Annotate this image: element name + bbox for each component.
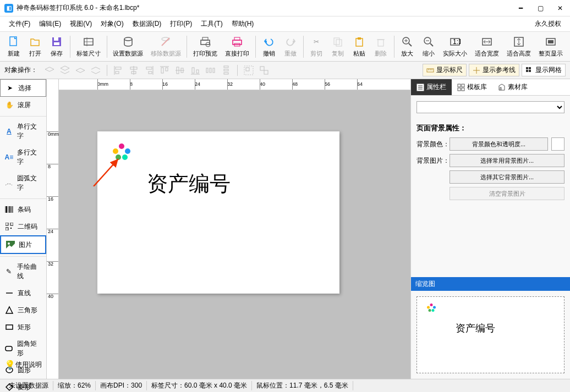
bgimage-common-button[interactable]: 选择常用背景图片... xyxy=(450,154,564,167)
zoom-actual-button[interactable]: 1:1实际大小 xyxy=(439,34,471,59)
tool-rect[interactable]: 矩形 xyxy=(0,319,46,336)
help-button[interactable]: 💡 使用说明 xyxy=(0,356,47,373)
show-ruler-toggle[interactable]: 显示标尺 xyxy=(423,64,467,76)
align-middle-icon[interactable] xyxy=(174,65,185,76)
menu-file[interactable]: 文件(F) xyxy=(4,17,35,31)
zoom-out-button[interactable]: 缩小 xyxy=(418,34,439,59)
label-size-button[interactable]: 标签尺寸 xyxy=(73,34,105,59)
svg-rect-55 xyxy=(213,68,215,73)
print-button[interactable]: 直接打印 xyxy=(221,34,253,59)
tool-barcode[interactable]: 条码 xyxy=(0,201,46,218)
undo-button[interactable]: 撤销 xyxy=(258,34,279,59)
ungroup-icon[interactable] xyxy=(259,65,270,76)
svg-line-21 xyxy=(409,43,412,46)
svg-rect-61 xyxy=(260,67,264,70)
svg-rect-96 xyxy=(458,88,461,91)
svg-rect-72 xyxy=(529,70,531,72)
main-toolbar: 新建 打开 保存 标签尺寸 设置数据源 移除数据源 打印预览 直接打印 撤销 重… xyxy=(0,32,570,62)
status-size: 标签尺寸：60.0 毫米 x 40.0 毫米 xyxy=(147,381,252,390)
delete-button[interactable]: 删除 xyxy=(370,34,392,59)
layer-icon[interactable] xyxy=(44,65,55,76)
close-button[interactable]: ✕ xyxy=(555,3,566,14)
zoom-in-button[interactable]: 放大 xyxy=(396,34,418,59)
dist-h-icon[interactable] xyxy=(205,65,216,76)
tool-select[interactable]: ➤选择 xyxy=(0,79,46,97)
bgcolor-label: 背景颜色： xyxy=(416,140,450,149)
svg-rect-18 xyxy=(378,40,383,46)
bgcolor-swatch[interactable] xyxy=(551,137,564,151)
tool-image[interactable]: 图片 xyxy=(0,235,46,254)
fit-page-button[interactable]: 整页显示 xyxy=(535,34,567,59)
align-bottom-icon[interactable] xyxy=(190,65,201,76)
menu-object[interactable]: 对象(O) xyxy=(96,17,128,31)
menu-view[interactable]: 视图(V) xyxy=(65,17,96,31)
tool-qrcode[interactable]: 二维码 xyxy=(0,218,46,235)
copy-button[interactable]: 复制 xyxy=(327,34,349,59)
tool-single-text[interactable]: A单行文字 xyxy=(0,119,46,145)
remove-datasource-button[interactable]: 移除数据源 xyxy=(147,34,184,59)
bgcolor-button[interactable]: 背景颜色和透明度... xyxy=(450,137,548,151)
tool-line[interactable]: 直线 xyxy=(0,285,46,302)
fit-width-button[interactable]: 适合宽度 xyxy=(471,34,503,59)
menu-print[interactable]: 打印(P) xyxy=(166,17,196,31)
group-icon[interactable] xyxy=(243,65,254,76)
maximize-button[interactable]: ▢ xyxy=(535,3,546,14)
menu-help[interactable]: 帮助(H) xyxy=(227,17,259,31)
svg-rect-36 xyxy=(116,67,121,69)
tool-pan[interactable]: ✋滚屏 xyxy=(0,97,46,114)
bgimage-label: 背景图片： xyxy=(416,156,450,165)
bgimage-clear-button[interactable]: 清空背景图片 xyxy=(450,187,564,200)
tab-properties[interactable]: 属性栏 xyxy=(411,79,452,95)
align-right-icon[interactable] xyxy=(144,65,155,76)
canvas-area[interactable]: 0mm816243240485664 资产编号 xyxy=(59,79,410,379)
bgimage-other-button[interactable]: 选择其它背景图片... xyxy=(450,170,564,184)
menu-edit[interactable]: 编辑(E) xyxy=(35,17,65,31)
tool-arc-text[interactable]: 圆弧文字 xyxy=(0,170,46,196)
redo-button[interactable]: 重做 xyxy=(279,34,301,59)
svg-line-89 xyxy=(94,159,118,186)
svg-rect-37 xyxy=(116,71,119,74)
minimize-button[interactable]: ━ xyxy=(515,3,526,14)
new-button[interactable]: 新建 xyxy=(3,34,25,59)
tool-triangle[interactable]: 三角形 xyxy=(0,302,46,319)
multitext-icon: A≡ xyxy=(4,152,14,162)
save-button[interactable]: 保存 xyxy=(46,34,68,59)
layer-icon-4[interactable] xyxy=(90,65,101,76)
fit-height-button[interactable]: 适合高度 xyxy=(503,34,535,59)
align-top-icon[interactable] xyxy=(159,65,170,76)
app-icon: ◧ xyxy=(4,4,13,13)
license-label: 永久授权 xyxy=(535,19,566,29)
set-datasource-button[interactable]: 设置数据源 xyxy=(109,34,147,59)
horizontal-ruler: 0mm816243240485664 xyxy=(59,79,410,90)
roundrect-icon xyxy=(4,344,14,354)
show-grid-toggle[interactable]: 显示网格 xyxy=(522,64,566,76)
text-icon: A xyxy=(4,126,14,136)
menu-datasource[interactable]: 数据源(D) xyxy=(128,17,166,31)
canvas-text-object[interactable]: 资产编号 xyxy=(147,170,231,198)
props-section-title: 页面背景属性： xyxy=(416,123,564,133)
tool-freehand[interactable]: ✎手绘曲线 xyxy=(0,259,46,285)
layer-icon-3[interactable] xyxy=(75,65,86,76)
tab-materials[interactable]: 素材库 xyxy=(492,79,533,95)
label-page[interactable]: 资产编号 xyxy=(97,131,339,294)
show-guides-toggle[interactable]: 显示参考线 xyxy=(469,64,519,76)
align-left-icon[interactable] xyxy=(113,65,124,76)
layer-icon-2[interactable] xyxy=(59,65,70,76)
svg-rect-56 xyxy=(224,66,228,68)
align-center-h-icon[interactable] xyxy=(128,65,139,76)
tool-multi-text[interactable]: A≡多行文字 xyxy=(0,145,46,170)
object-selector[interactable] xyxy=(416,101,564,113)
tab-templates[interactable]: 模板库 xyxy=(452,79,492,95)
svg-text:1:1: 1:1 xyxy=(453,38,461,46)
svg-rect-54 xyxy=(210,68,211,73)
svg-rect-70 xyxy=(529,67,531,69)
open-button[interactable]: 打开 xyxy=(25,34,46,59)
paste-button[interactable]: 粘贴 xyxy=(349,34,370,59)
print-preview-button[interactable]: 打印预览 xyxy=(189,34,221,59)
cut-button[interactable]: ✂剪切 xyxy=(306,34,327,59)
pencil-icon: ✎ xyxy=(4,267,14,277)
annotation-arrow xyxy=(91,153,124,186)
svg-rect-80 xyxy=(10,223,13,225)
dist-v-icon[interactable] xyxy=(221,65,232,76)
menu-tools[interactable]: 工具(T) xyxy=(196,17,227,31)
